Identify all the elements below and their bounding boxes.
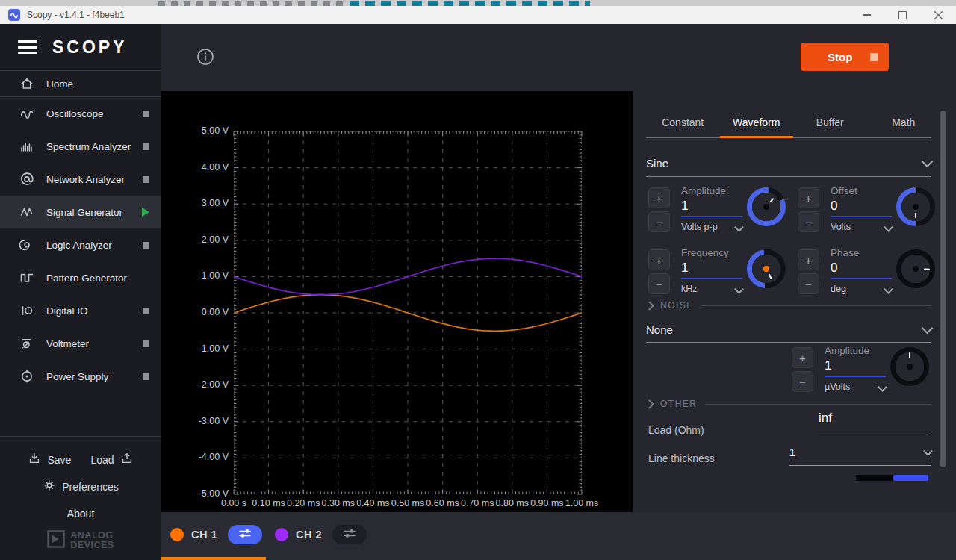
stopped-indicator bbox=[143, 340, 149, 347]
scrollbar-thumb[interactable] bbox=[893, 475, 928, 481]
ch1-settings-button[interactable] bbox=[228, 525, 262, 544]
frequency-unit-select[interactable]: kHz bbox=[681, 284, 742, 294]
frequency-increment-button[interactable]: + bbox=[648, 249, 670, 270]
tab-constant[interactable]: Constant bbox=[646, 108, 720, 137]
tab-waveform[interactable]: Waveform bbox=[720, 108, 794, 137]
stop-button[interactable]: Stop bbox=[801, 43, 889, 71]
other-section-header[interactable]: OTHER bbox=[646, 399, 931, 409]
about-link[interactable]: About bbox=[67, 508, 95, 520]
y-tick-label: -1.00 V bbox=[161, 343, 229, 354]
noise-type-select[interactable]: None bbox=[646, 317, 931, 343]
x-tick-label: 0.00 s bbox=[221, 498, 246, 508]
noise-amplitude-control: + − Amplitude 1 µVolts bbox=[792, 345, 929, 400]
line-thickness-select[interactable]: 1 bbox=[789, 447, 931, 466]
titlebar: Scopy - v1.4.1 - f4beeb1 bbox=[0, 6, 956, 24]
phase-unit-select[interactable]: deg bbox=[831, 284, 892, 294]
frequency-decrement-button[interactable]: − bbox=[648, 273, 670, 294]
chevron-right-icon bbox=[645, 399, 654, 409]
channel-bar: CH 1 CH 2 bbox=[161, 512, 956, 560]
noise-amplitude-increment-button[interactable]: + bbox=[792, 347, 813, 368]
sidebar-item-network-analyzer[interactable]: Network Analyzer bbox=[0, 163, 161, 196]
ch2-color-dot[interactable] bbox=[275, 528, 288, 541]
sidebar-item-label: Voltmeter bbox=[46, 338, 132, 349]
phase-value[interactable]: 0 bbox=[831, 261, 892, 279]
y-axis-labels: 5.00 V4.00 V3.00 V2.00 V1.00 V0.00 V-1.0… bbox=[161, 91, 229, 512]
preferences-button[interactable]: Preferences bbox=[43, 479, 118, 494]
noise-amplitude-knob[interactable] bbox=[890, 347, 929, 386]
x-tick-label: 0.30 ms bbox=[322, 498, 355, 508]
other-header-label: OTHER bbox=[660, 399, 698, 409]
tab-buffer[interactable]: Buffer bbox=[793, 108, 867, 137]
sidebar-item-label: Home bbox=[46, 78, 149, 90]
scrollbar-track bbox=[856, 475, 893, 481]
sidebar-item-logic-analyzer[interactable]: Logic Analyzer bbox=[0, 228, 161, 261]
load-label: Load bbox=[90, 454, 114, 466]
sidebar-item-home[interactable]: Home bbox=[0, 71, 161, 97]
waveform-type-select[interactable]: Sine bbox=[646, 149, 931, 177]
save-button[interactable]: Save bbox=[28, 452, 71, 467]
phase-increment-button[interactable]: + bbox=[798, 249, 819, 270]
sidebar-item-signal-generator[interactable]: Signal Generator bbox=[0, 196, 161, 228]
noise-amplitude-value[interactable]: 1 bbox=[825, 358, 886, 377]
amplitude-increment-button[interactable]: + bbox=[648, 187, 670, 208]
window-controls bbox=[848, 6, 956, 24]
amplitude-control: + − Amplitude 1 Volts p-p bbox=[648, 185, 786, 240]
ch2-label[interactable]: CH 2 bbox=[296, 529, 322, 541]
amplitude-value[interactable]: 1 bbox=[681, 199, 742, 217]
sidebar-item-digital-io[interactable]: Digital IO bbox=[0, 294, 161, 327]
toolbar: Stop bbox=[161, 24, 956, 72]
noise-amplitude-unit-select[interactable]: µVolts bbox=[825, 382, 886, 392]
plot-area[interactable] bbox=[234, 131, 582, 494]
sidebar-item-power-supply[interactable]: Power Supply bbox=[0, 360, 161, 393]
line-thickness-label: Line thickness bbox=[648, 452, 715, 464]
vertical-scrollbar[interactable] bbox=[940, 72, 946, 512]
offset-unit-select[interactable]: Volts bbox=[831, 222, 892, 232]
x-tick-label: 0.20 ms bbox=[287, 498, 320, 508]
vertical-scrollbar-thumb[interactable] bbox=[940, 111, 946, 467]
active-channel-indicator bbox=[161, 557, 266, 560]
load-button[interactable]: Load bbox=[90, 452, 133, 467]
tab-math[interactable]: Math bbox=[867, 108, 941, 137]
ch2-settings-button[interactable] bbox=[332, 525, 367, 544]
y-tick-label: -4.00 V bbox=[161, 452, 229, 462]
offset-knob[interactable] bbox=[896, 187, 935, 226]
maximize-button[interactable] bbox=[884, 6, 920, 24]
amplitude-decrement-button[interactable]: − bbox=[648, 211, 670, 232]
minimize-button[interactable] bbox=[848, 6, 884, 24]
load-icon bbox=[120, 452, 134, 467]
waveform-type-value: Sine bbox=[646, 157, 668, 169]
sidebar-item-oscilloscope[interactable]: Oscilloscope bbox=[0, 97, 161, 130]
brand-line2: DEVICES bbox=[70, 541, 114, 550]
knob-needle bbox=[896, 249, 936, 289]
chevron-down-icon bbox=[922, 322, 934, 334]
ch1-color-dot[interactable] bbox=[170, 528, 184, 541]
sidebar-item-label: Spectrum Analyzer bbox=[46, 141, 132, 152]
voltmeter-icon bbox=[19, 336, 36, 351]
info-icon[interactable] bbox=[196, 47, 215, 66]
sidebar-item-pattern-generator[interactable]: Pattern Generator bbox=[0, 261, 161, 294]
amplitude-knob[interactable] bbox=[747, 187, 786, 226]
sidebar-item-spectrum-analyzer[interactable]: Spectrum Analyzer bbox=[0, 130, 161, 163]
x-tick-label: 0.60 ms bbox=[426, 498, 459, 508]
ch1-label[interactable]: CH 1 bbox=[191, 529, 217, 541]
sidebar-item-voltmeter[interactable]: Voltmeter bbox=[0, 327, 161, 360]
horizontal-scrollbar[interactable] bbox=[856, 475, 928, 481]
offset-increment-button[interactable]: + bbox=[798, 187, 819, 208]
noise-section-header[interactable]: NOISE bbox=[646, 300, 931, 311]
offset-decrement-button[interactable]: − bbox=[798, 211, 819, 232]
y-tick-label: 2.00 V bbox=[161, 234, 229, 245]
amplitude-unit-select[interactable]: Volts p-p bbox=[681, 222, 742, 232]
window-title: Scopy - v1.4.1 - f4beeb1 bbox=[27, 10, 125, 20]
load-ohm-label: Load (Ohm) bbox=[648, 424, 704, 436]
phase-knob[interactable] bbox=[896, 249, 935, 288]
scopy-window: Scopy - v1.4.1 - f4beeb1 SCOPY HomeOscil… bbox=[0, 0, 956, 560]
y-tick-label: 5.00 V bbox=[161, 125, 229, 136]
phase-decrement-button[interactable]: − bbox=[798, 273, 819, 294]
frequency-knob[interactable] bbox=[747, 249, 786, 288]
close-button[interactable] bbox=[920, 6, 956, 24]
frequency-value[interactable]: 1 bbox=[681, 261, 742, 279]
load-ohm-input[interactable]: inf bbox=[819, 411, 931, 432]
noise-amplitude-decrement-button[interactable]: − bbox=[792, 371, 813, 392]
menu-toggle-icon[interactable] bbox=[18, 37, 37, 57]
offset-value[interactable]: 0 bbox=[831, 199, 892, 217]
